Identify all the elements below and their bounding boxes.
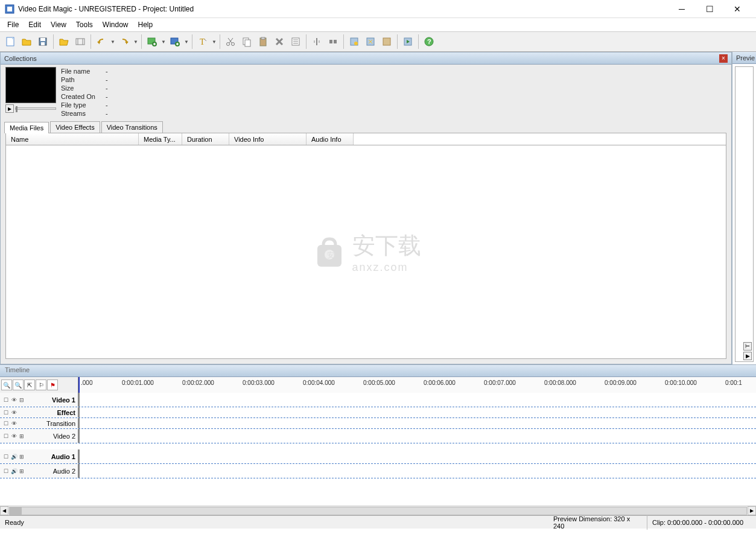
zoom-in-button[interactable]: 🔍 bbox=[1, 379, 12, 390]
render-button[interactable] bbox=[400, 34, 416, 49]
transition-button[interactable] bbox=[363, 34, 378, 49]
zoom-out-button[interactable]: 🔍 bbox=[13, 379, 24, 390]
thumbnail-slider[interactable] bbox=[15, 107, 56, 110]
copy-button[interactable] bbox=[239, 34, 255, 49]
tab-video-transitions[interactable]: Video Transitions bbox=[101, 121, 163, 133]
timeline-tracks: ☐👁⊟Video 1 ☐👁Effect ☐👁Transition ☐👁⊞Vide… bbox=[0, 393, 756, 506]
col-audio-info[interactable]: Audio Info bbox=[307, 133, 354, 145]
add-audio-button[interactable] bbox=[167, 34, 183, 49]
track-audio1: ☐🔊⊞Audio 1 bbox=[0, 449, 756, 464]
status-preview-dim: Preview Dimension: 320 x 240 bbox=[548, 515, 647, 530]
label-created: Created On bbox=[61, 92, 106, 101]
maximize-button[interactable]: ☐ bbox=[696, 0, 723, 18]
new-project-button[interactable] bbox=[2, 34, 18, 49]
collections-title: Collections bbox=[4, 55, 37, 62]
col-duration[interactable]: Duration bbox=[182, 133, 229, 145]
toolbar: ▼ ▼ ▼ ▼ T ▼ ? bbox=[0, 31, 756, 52]
preview-play-button[interactable]: ▶ bbox=[743, 352, 752, 360]
timeline-header: Timeline bbox=[0, 365, 756, 377]
collections-close-button[interactable]: × bbox=[719, 54, 728, 63]
label-path: Path bbox=[61, 75, 106, 84]
track-video1: ☐👁⊟Video 1 bbox=[0, 393, 756, 407]
preview-prev-button[interactable]: ⊢ bbox=[743, 342, 752, 351]
fit-button[interactable]: ⇱ bbox=[24, 379, 35, 390]
label-streams: Streams bbox=[61, 109, 106, 118]
cut-button[interactable] bbox=[223, 34, 238, 49]
minimize-button[interactable]: ─ bbox=[668, 0, 696, 18]
redo-button[interactable] bbox=[116, 34, 132, 49]
delete-button[interactable] bbox=[272, 34, 287, 49]
timeline-ruler[interactable]: .000 0:00:01.000 0:00:02.000 0:00:03.000… bbox=[78, 377, 756, 393]
marker-button[interactable]: ⚐ bbox=[36, 379, 46, 390]
track-video1-content[interactable] bbox=[78, 393, 756, 407]
save-project-button[interactable] bbox=[35, 34, 51, 49]
menu-view[interactable]: View bbox=[46, 19, 71, 30]
svg-rect-17 bbox=[245, 40, 250, 46]
svg-rect-30 bbox=[383, 38, 390, 45]
media-table: Name Media Ty... Duration Video Info Aud… bbox=[5, 133, 726, 359]
svg-rect-4 bbox=[40, 38, 45, 41]
svg-text:T: T bbox=[200, 37, 205, 46]
track-audio2-content[interactable] bbox=[78, 464, 756, 478]
track-effect-content[interactable] bbox=[78, 407, 756, 417]
open-project-button[interactable] bbox=[19, 34, 34, 49]
close-button[interactable]: ✕ bbox=[723, 0, 751, 18]
menu-tools[interactable]: Tools bbox=[71, 19, 98, 30]
effect-button[interactable] bbox=[346, 34, 362, 49]
text-tool-button[interactable]: T bbox=[195, 34, 211, 49]
menu-help[interactable]: Help bbox=[133, 19, 158, 30]
col-name[interactable]: Name bbox=[6, 133, 139, 145]
split-button[interactable] bbox=[309, 34, 325, 49]
add-video-button[interactable] bbox=[144, 34, 160, 49]
undo-button[interactable] bbox=[94, 34, 109, 49]
timeline-panel: Timeline 🔍 🔍 ⇱ ⚐ ⚑ .000 0:00:01.000 0:00… bbox=[0, 364, 756, 515]
undo-dropdown[interactable]: ▼ bbox=[110, 39, 116, 45]
svg-rect-5 bbox=[41, 42, 45, 45]
export-button[interactable] bbox=[379, 34, 395, 49]
status-ready: Ready bbox=[0, 519, 548, 526]
track-transition-content[interactable] bbox=[78, 418, 756, 428]
thumbnail-play-button[interactable]: ▶ bbox=[5, 104, 14, 113]
track-audio1-content[interactable] bbox=[78, 449, 756, 463]
track-video2: ☐👁⊞Video 2 bbox=[0, 429, 756, 443]
content-area: Collections × ▶ File name-- Path- Size- … bbox=[0, 52, 756, 364]
tab-video-effects[interactable]: Video Effects bbox=[50, 121, 100, 133]
label-size: Size bbox=[61, 84, 106, 92]
collections-header: Collections × bbox=[1, 52, 731, 65]
media-info-grid: File name-- Path- Size- Created On- File… bbox=[61, 67, 116, 118]
add-audio-dropdown[interactable]: ▼ bbox=[183, 39, 189, 45]
timeline-tools: 🔍 🔍 ⇱ ⚐ ⚑ bbox=[0, 377, 78, 393]
col-video-info[interactable]: Video Info bbox=[229, 133, 307, 145]
watermark: 安 安下载 anxz.com bbox=[311, 230, 421, 274]
tab-media-files[interactable]: Media Files bbox=[4, 122, 49, 133]
svg-rect-6 bbox=[76, 39, 84, 45]
preview-header: Previe bbox=[732, 52, 756, 64]
media-info-area: ▶ File name-- Path- Size- Created On- Fi… bbox=[1, 65, 731, 120]
statusbar: Ready Preview Dimension: 320 x 240 Clip:… bbox=[0, 515, 756, 529]
open-folder-button[interactable] bbox=[56, 34, 72, 49]
properties-button[interactable] bbox=[288, 34, 303, 49]
help-button[interactable]: ? bbox=[421, 34, 437, 49]
import-media-button[interactable] bbox=[72, 34, 88, 49]
menu-edit[interactable]: Edit bbox=[24, 19, 46, 30]
track-audio2: ☐🔊⊞Audio 2 bbox=[0, 464, 756, 478]
svg-point-14 bbox=[227, 43, 230, 46]
add-video-dropdown[interactable]: ▼ bbox=[160, 39, 167, 45]
track-video2-content[interactable] bbox=[78, 429, 756, 443]
collections-tabs: Media Files Video Effects Video Transiti… bbox=[1, 120, 731, 133]
window-title: Video Edit Magic - UNREGISTERED - Projec… bbox=[18, 5, 668, 13]
svg-rect-1 bbox=[7, 7, 12, 11]
col-media-type[interactable]: Media Ty... bbox=[139, 133, 182, 145]
timeline-scrollbar[interactable]: ◀ ▶ bbox=[0, 506, 756, 515]
redo-dropdown[interactable]: ▼ bbox=[133, 39, 139, 45]
join-button[interactable] bbox=[325, 34, 341, 49]
snap-button[interactable]: ⚑ bbox=[47, 379, 58, 390]
table-header: Name Media Ty... Duration Video Info Aud… bbox=[6, 133, 726, 145]
track-transition: ☐👁Transition bbox=[0, 418, 756, 429]
svg-rect-25 bbox=[329, 40, 332, 43]
app-icon bbox=[5, 4, 14, 14]
text-tool-dropdown[interactable]: ▼ bbox=[211, 39, 217, 45]
menu-window[interactable]: Window bbox=[98, 19, 133, 30]
menu-file[interactable]: File bbox=[2, 19, 24, 30]
paste-button[interactable] bbox=[255, 34, 271, 49]
